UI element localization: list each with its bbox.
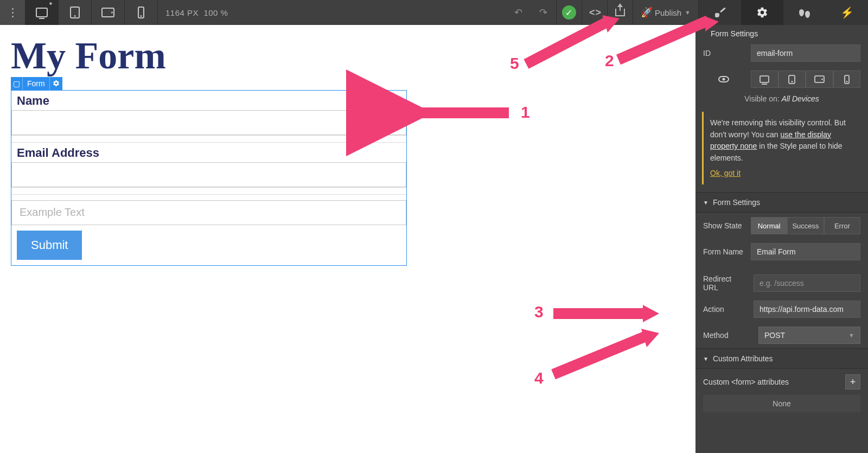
menu-button[interactable] (0, 0, 25, 25)
selection-label: Form (23, 79, 49, 88)
form-name-label: Form Name (703, 247, 744, 256)
visible-on-text: Visible on: All Devices (695, 92, 868, 109)
annotation-2: 2 (605, 52, 614, 70)
method-label: Method (703, 331, 752, 340)
undo-icon: ↶ (514, 7, 522, 18)
input-email[interactable] (11, 162, 406, 187)
publish-label: Publish (653, 8, 685, 17)
canvas-size-readout: 1164 PX 100 % (158, 8, 235, 17)
device-desktop-button[interactable] (25, 0, 58, 25)
device-phone-button[interactable] (125, 0, 157, 25)
custom-attr-none: None (703, 395, 860, 412)
redo-button[interactable]: ↷ (531, 0, 556, 25)
disclosure-triangle-icon: ▼ (703, 200, 709, 206)
state-success[interactable]: Success (787, 217, 824, 234)
tab-style[interactable] (699, 0, 741, 25)
action-input[interactable] (754, 301, 860, 318)
element-box-icon: ▢ (11, 77, 23, 90)
publish-button[interactable]: 🚀 Publish ▼ (633, 0, 698, 25)
redirect-label: Redirect URL (703, 275, 747, 292)
annotation-3: 3 (534, 303, 544, 321)
annotation-5: 5 (510, 54, 519, 73)
selection-tag[interactable]: ▢ Form (11, 77, 62, 90)
status-ok-button[interactable]: ✓ (557, 0, 582, 25)
chevron-down-icon: ▼ (685, 9, 691, 16)
show-state-label: Show State (703, 221, 744, 230)
input-example[interactable] (11, 200, 406, 225)
state-normal[interactable]: Normal (751, 217, 787, 234)
custom-form-attr-label: Custom <form> attributes (703, 378, 789, 386)
vis-desktop[interactable] (751, 71, 778, 88)
input-name[interactable] (11, 110, 406, 135)
label-name: Name (11, 91, 406, 110)
right-panel-tabs: ⚡ (699, 0, 868, 25)
action-label: Action (703, 305, 747, 314)
settings-panel: Form Settings ID Visible on: All Devices… (695, 25, 868, 453)
panel-title: Form Settings (695, 25, 868, 40)
undo-button[interactable]: ↶ (506, 0, 531, 25)
drops-icon (799, 9, 810, 16)
device-tablet-button[interactable] (59, 0, 91, 25)
star-icon (49, 2, 53, 5)
export-icon (615, 9, 625, 16)
state-error[interactable]: Error (824, 217, 860, 234)
label-email: Email Address (11, 143, 406, 162)
redo-icon: ↷ (539, 7, 547, 18)
brush-icon (714, 7, 725, 18)
check-icon: ✓ (562, 5, 576, 20)
tab-interactions[interactable] (783, 0, 826, 25)
redirect-input[interactable] (754, 275, 860, 292)
page-heading: My Form (11, 36, 685, 76)
code-icon: < > (589, 7, 600, 18)
export-button[interactable] (608, 0, 633, 25)
disclosure-triangle-icon: ▼ (703, 356, 709, 362)
tab-settings[interactable] (741, 0, 783, 25)
eye-icon (718, 76, 729, 82)
id-input[interactable] (751, 44, 860, 62)
form-element[interactable]: Name Email Address Submit (11, 90, 407, 266)
device-tablet-landscape-button[interactable] (92, 0, 124, 25)
gear-icon (756, 7, 768, 18)
code-button[interactable]: < > (582, 0, 607, 25)
visibility-device-seg (751, 71, 860, 88)
bolt-icon: ⚡ (840, 6, 854, 19)
vis-tablet-landscape[interactable] (806, 71, 833, 88)
selection-settings-icon[interactable] (49, 77, 62, 90)
vis-phone[interactable] (833, 71, 861, 88)
design-canvas[interactable]: My Form ▢ Form Name Email Address Submit (0, 25, 695, 453)
show-state-seg: Normal Success Error (751, 217, 860, 234)
notice-ok-link[interactable]: Ok, got it (710, 168, 741, 180)
chevron-down-icon: ▼ (848, 332, 854, 339)
section-custom-attributes[interactable]: ▼ Custom Attributes (695, 348, 868, 369)
annotation-1: 1 (521, 103, 530, 122)
visibility-notice: We're removing this visibility control. … (702, 112, 861, 184)
form-name-input[interactable] (751, 243, 860, 260)
top-toolbar: 1164 PX 100 % ↶ ↷ ✓ < > 🚀 Publish ▼ ⚡ (0, 0, 868, 25)
vis-tablet[interactable] (778, 71, 806, 88)
id-label: ID (703, 49, 744, 58)
annotation-4: 4 (534, 369, 544, 387)
section-form-settings[interactable]: ▼ Form Settings (695, 192, 868, 213)
add-attribute-button[interactable]: + (845, 374, 860, 390)
method-select[interactable]: POST▼ (758, 327, 860, 344)
tab-power[interactable]: ⚡ (826, 0, 868, 25)
submit-button[interactable]: Submit (17, 231, 82, 260)
rocket-icon: 🚀 (641, 7, 653, 18)
